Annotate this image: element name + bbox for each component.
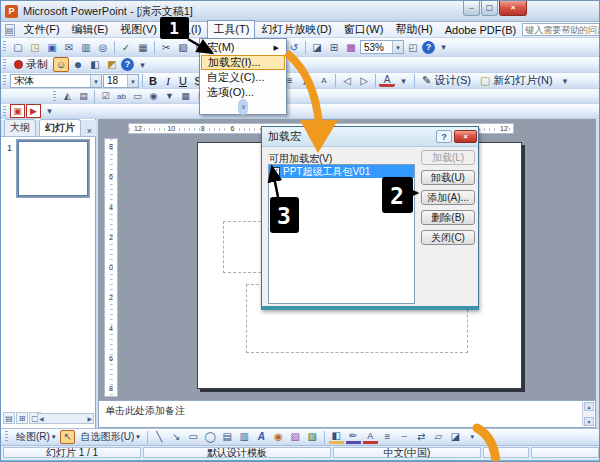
- pane-close-icon[interactable]: ×: [85, 126, 94, 136]
- 3d-style-icon[interactable]: ◪: [448, 430, 463, 444]
- addin-person-icon[interactable]: ☻: [70, 57, 86, 72]
- insert-chart-icon[interactable]: ◪: [309, 40, 325, 55]
- scroll-down-icon[interactable]: ▼: [584, 417, 594, 426]
- toolbar-drag-handle[interactable]: [3, 59, 6, 70]
- print-icon[interactable]: ▥: [78, 40, 94, 55]
- listbox-control-icon[interactable]: ▦: [178, 90, 193, 103]
- fill-color-icon[interactable]: ◧: [329, 430, 344, 444]
- new-document-icon[interactable]: ▢: [10, 40, 26, 55]
- save-icon[interactable]: ▣: [44, 40, 60, 55]
- addin-checkbox[interactable]: ✓: [271, 167, 280, 176]
- zoom-dropdown-icon[interactable]: ▾: [392, 41, 403, 53]
- record-button[interactable]: 录制: [10, 58, 52, 72]
- checkbox-control-icon[interactable]: ☑: [98, 90, 113, 103]
- tab-outline[interactable]: 大纲: [4, 119, 36, 136]
- addin-folder-icon[interactable]: ◩: [104, 57, 120, 72]
- copy-icon[interactable]: ▧: [175, 40, 191, 55]
- cut-icon[interactable]: ✂: [158, 40, 174, 55]
- arrow-style-icon[interactable]: ⇄: [414, 430, 429, 444]
- font-color-icon[interactable]: A: [379, 75, 395, 87]
- toolbar-drag-handle[interactable]: [5, 431, 8, 442]
- dash-style-icon[interactable]: ┄: [397, 430, 412, 444]
- open-icon[interactable]: ◳: [27, 40, 43, 55]
- slide-sorter-view-icon[interactable]: ⊞: [16, 412, 28, 424]
- toolbar-drag-handle[interactable]: [53, 91, 56, 101]
- menu-item-customize[interactable]: 自定义(C)...: [201, 70, 285, 85]
- tab-slides[interactable]: 幻灯片: [39, 119, 81, 136]
- toolbar-options-chevron-icon[interactable]: ▾: [42, 105, 57, 118]
- line-style-icon[interactable]: ≡: [380, 430, 395, 444]
- status-language[interactable]: 中文(中国): [333, 447, 481, 458]
- decrease-font-icon[interactable]: A: [316, 73, 332, 88]
- undo-icon[interactable]: ↺: [286, 40, 302, 55]
- scroll-up-icon[interactable]: ▲: [584, 402, 594, 411]
- increase-indent-icon[interactable]: ▷: [356, 73, 372, 88]
- menu-item-options[interactable]: 选项(O)...: [201, 85, 285, 100]
- line-color-icon[interactable]: ✏: [346, 430, 361, 444]
- menu-view[interactable]: 视图(V): [114, 21, 163, 38]
- color-scheme-icon[interactable]: ▩: [343, 40, 359, 55]
- minimize-button[interactable]: –: [463, 1, 480, 16]
- scroll-left-icon[interactable]: ◀: [39, 415, 44, 422]
- remove-button[interactable]: 删除(B): [421, 210, 475, 225]
- menu-adobe-pdf[interactable]: Adobe PDF(B): [439, 23, 523, 37]
- add-button[interactable]: 添加(A)...: [421, 190, 475, 205]
- spelling-icon[interactable]: ✓: [118, 40, 134, 55]
- status-design-template[interactable]: 默认设计模板: [143, 447, 331, 458]
- italic-button[interactable]: I: [161, 74, 175, 88]
- dialog-close-icon[interactable]: ×: [454, 130, 477, 143]
- arrow-icon[interactable]: ↘: [169, 430, 184, 444]
- toolbar-drag-handle[interactable]: [3, 41, 6, 54]
- autoshapes-menu-button[interactable]: 自选图形(U)▾: [77, 430, 142, 444]
- font-name-combo[interactable]: 宋体 ▾: [10, 74, 102, 88]
- email-icon[interactable]: ✉: [61, 40, 77, 55]
- bold-button[interactable]: B: [146, 74, 160, 88]
- design-mode-icon[interactable]: ◭: [60, 90, 75, 103]
- menu-edit[interactable]: 编辑(E): [66, 21, 115, 38]
- properties-icon[interactable]: ▤: [76, 90, 91, 103]
- fit-window-icon[interactable]: ◰: [405, 40, 421, 55]
- menu-insert[interactable]: 插入(I): [163, 21, 207, 38]
- toolbar-options-chevron-icon[interactable]: ▾: [436, 41, 451, 54]
- optionbutton-control-icon[interactable]: ◉: [146, 90, 161, 103]
- insert-picture-icon[interactable]: ▨: [305, 430, 320, 444]
- wordart-icon[interactable]: A: [254, 430, 269, 444]
- scroll-right-icon[interactable]: ▶: [87, 415, 92, 422]
- draw-menu-button[interactable]: 绘图(R)▾: [13, 430, 58, 444]
- shadow-style-icon[interactable]: ▱: [431, 430, 446, 444]
- addin-active-icon[interactable]: ☺: [53, 57, 69, 72]
- vertical-text-box-icon[interactable]: ▥: [237, 430, 252, 444]
- font-color-icon[interactable]: A: [363, 430, 378, 444]
- toolbar-drag-handle[interactable]: [3, 106, 6, 116]
- addin-list-item[interactable]: ✓ PPT超级工具包V01: [269, 165, 414, 178]
- line-icon[interactable]: ╲: [152, 430, 167, 444]
- insert-table-icon[interactable]: ⊞: [326, 40, 342, 55]
- normal-view-icon[interactable]: ▤: [3, 412, 15, 424]
- toolbar-options-chevron-icon[interactable]: ▾: [135, 58, 150, 71]
- addin-help-icon[interactable]: ?: [121, 58, 134, 71]
- unload-button[interactable]: 卸载(U): [421, 170, 475, 185]
- menu-expand-chevron[interactable]: »: [201, 100, 285, 113]
- close-button[interactable]: ×: [499, 1, 527, 16]
- toolbar-drag-handle[interactable]: [3, 75, 6, 86]
- load-button[interactable]: 加载(L): [421, 150, 475, 165]
- font-color-dropdown-icon[interactable]: ▾: [396, 74, 411, 87]
- research-icon[interactable]: ▦: [135, 40, 151, 55]
- size-dropdown-icon[interactable]: ▾: [127, 75, 138, 87]
- dialog-help-icon[interactable]: ?: [436, 130, 452, 143]
- menu-item-addins[interactable]: 加载宏(I)...: [201, 55, 285, 70]
- close-dialog-button[interactable]: 关闭(C): [421, 230, 475, 245]
- toolbar-options-chevron-icon[interactable]: ▾: [558, 74, 573, 87]
- select-objects-icon[interactable]: ↖: [60, 430, 75, 444]
- menu-tools[interactable]: 工具(T): [207, 20, 255, 39]
- font-size-combo[interactable]: 18 ▾: [103, 74, 139, 88]
- convert-to-pdf-icon[interactable]: ▣: [10, 104, 25, 118]
- decrease-indent-icon[interactable]: ◁: [339, 73, 355, 88]
- increase-font-icon[interactable]: A: [299, 73, 315, 88]
- menu-file[interactable]: 文件(F): [18, 21, 66, 38]
- help-icon[interactable]: ?: [422, 41, 435, 54]
- clipart-icon[interactable]: ▧: [288, 430, 303, 444]
- menu-window[interactable]: 窗口(W): [338, 21, 390, 38]
- underline-button[interactable]: U: [176, 74, 190, 88]
- print-preview-icon[interactable]: ◎: [95, 40, 111, 55]
